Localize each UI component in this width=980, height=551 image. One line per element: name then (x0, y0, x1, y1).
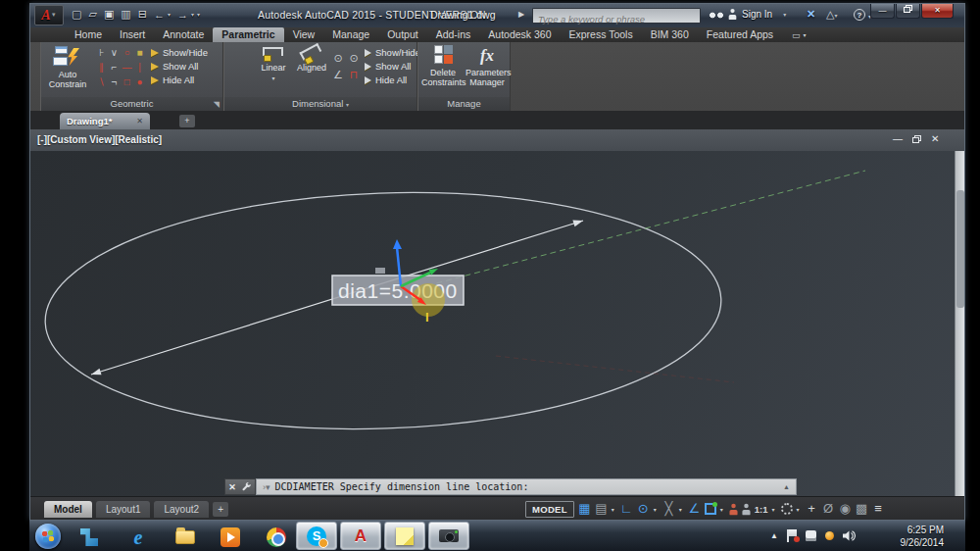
panel-launcher-icon[interactable]: ◥ (214, 100, 220, 109)
customization-menu-icon[interactable]: ≡ (872, 501, 885, 517)
media-player-icon[interactable] (218, 525, 243, 550)
close-button[interactable]: ✕ (921, 4, 954, 19)
action-center-flag-icon[interactable] (787, 529, 797, 542)
concentric-constraint-icon[interactable]: ○ (121, 46, 133, 61)
sticky-notes-taskbar-button[interactable] (384, 522, 425, 550)
camera-app-taskbar-button[interactable] (428, 522, 469, 550)
infocenter-arrow-icon[interactable]: ▶ (518, 10, 524, 19)
isodraft-dropdown-icon[interactable]: ▾ (679, 506, 684, 513)
tab-model[interactable]: Model (44, 501, 92, 518)
annotation-autoscale-icon[interactable] (742, 503, 750, 515)
drawing-canvas[interactable]: dia1=5.0000 I ✕ (30, 151, 955, 496)
tab-home[interactable]: Home (66, 27, 111, 42)
open-icon[interactable]: ▱ (88, 8, 96, 21)
sign-in-dropdown-icon[interactable]: ▾ (783, 11, 786, 18)
autodesk-360-icon[interactable]: △▾ (826, 8, 837, 21)
symmetric-constraint-icon[interactable]: □ (121, 75, 133, 90)
tab-output[interactable]: Output (378, 27, 427, 42)
tab-annotate[interactable]: Annotate (154, 27, 213, 42)
exchange-apps-icon[interactable]: ✕ (807, 8, 815, 21)
geometric-panel-label[interactable]: Geometric (41, 97, 222, 111)
snap-dropdown-icon[interactable]: ▾ (612, 506, 616, 513)
grid-display-icon[interactable]: ▦ (578, 501, 591, 517)
dim-show-all-button[interactable]: Show All (365, 61, 420, 72)
vertical-scrollbar[interactable] (955, 151, 964, 496)
angular-constraint-icon[interactable]: ∠ (330, 67, 346, 83)
dimensional-icon-grid[interactable]: ⊙ ⊙ ∠ ⊓ (330, 50, 362, 83)
vertical-constraint-icon[interactable]: | (133, 61, 146, 75)
undo-icon[interactable]: ← (154, 9, 165, 21)
tab-featured-apps[interactable]: Featured Apps (698, 27, 782, 42)
dimensional-panel-label[interactable]: Dimensional ▾ (224, 97, 416, 111)
a360-dropdown-icon[interactable]: ▾ (834, 13, 837, 19)
undo-dropdown-icon[interactable]: ▾ (168, 11, 171, 18)
object-snap-icon[interactable] (705, 503, 716, 515)
workspace-dropdown-icon[interactable]: ▾ (797, 506, 802, 513)
auto-constrain-button[interactable]: AutoConstrain (43, 44, 92, 89)
new-layout-button[interactable]: + (213, 502, 228, 517)
taskbar-clock[interactable]: 6:25 PM 9/26/2014 (901, 524, 945, 549)
drawing-file-tab[interactable]: Drawing1* ✕ (60, 113, 150, 129)
model-space-button[interactable]: MODEL (525, 501, 574, 518)
minimize-button[interactable]: — (870, 4, 895, 19)
chrome-icon[interactable] (264, 525, 289, 550)
lock-constraint-icon[interactable]: ■ (133, 46, 146, 61)
graphics-performance-icon[interactable]: ◉ (839, 501, 852, 517)
tab-manage[interactable]: Manage (323, 27, 378, 42)
command-close-icon[interactable]: ✕ (228, 482, 236, 492)
horizontal-constraint-icon[interactable]: — (121, 61, 133, 75)
radial-constraint-icon[interactable]: ⊙ (330, 50, 346, 67)
linear-constraint-button[interactable]: Linear▾ (257, 44, 290, 83)
plot-icon[interactable]: ⊟ (138, 8, 147, 21)
infocenter-search[interactable] (532, 8, 701, 24)
annotation-scale-dropdown-icon[interactable]: ▾ (772, 506, 777, 513)
doc-minimize-button[interactable]: — (893, 133, 903, 144)
tab-close-icon[interactable]: ✕ (136, 117, 143, 125)
annotation-scale-value[interactable]: 1:1 (755, 504, 768, 515)
dim-show-hide-button[interactable]: Show/Hide (365, 47, 420, 58)
polar-tracking-icon[interactable]: ⊙ (637, 501, 650, 517)
command-history-icon[interactable]: ▲ (783, 483, 790, 490)
restore-button[interactable] (896, 4, 920, 19)
ribbon-display-toggle[interactable]: ▭▾ (792, 27, 807, 42)
tab-autodesk-360[interactable]: Autodesk 360 (479, 27, 560, 42)
viewport-controls[interactable]: [-][Custom View][Realistic] (37, 134, 162, 145)
tab-insert[interactable]: Insert (111, 27, 154, 42)
polar-dropdown-icon[interactable]: ▾ (654, 506, 659, 513)
hide-all-button[interactable]: Hide All (151, 75, 208, 85)
command-suggestion-icon[interactable]: ›▾ (263, 482, 270, 492)
tangent-constraint-icon[interactable]: ∖ (95, 75, 108, 90)
tab-layout2[interactable]: Layout2 (154, 501, 209, 518)
lync-icon[interactable] (76, 525, 102, 550)
new-drawing-tab-button[interactable]: + (179, 115, 195, 127)
sign-in-area[interactable]: Sign In ▾ (728, 8, 786, 21)
coincident-constraint-icon[interactable]: ∨ (108, 46, 121, 61)
tab-add-ins[interactable]: Add-ins (427, 27, 480, 42)
new-icon[interactable]: ▢ (72, 8, 81, 21)
explorer-folder-icon[interactable] (172, 525, 198, 550)
doc-close-button[interactable]: ✕ (931, 133, 939, 144)
parameters-manager-button[interactable]: fx ParametersManager (466, 44, 509, 87)
fix-constraint-icon[interactable]: ⊦ (95, 46, 108, 61)
perpendicular-constraint-icon[interactable]: ⌐ (108, 61, 121, 75)
redo-icon[interactable]: → (177, 9, 188, 21)
start-button[interactable] (35, 524, 61, 549)
aligned-constraint-button[interactable]: Aligned (293, 44, 330, 73)
sign-in-label[interactable]: Sign In (742, 9, 772, 20)
clean-screen-icon[interactable]: ▩ (856, 501, 868, 517)
osnap-dropdown-icon[interactable]: ▾ (720, 506, 725, 513)
dim-hide-all-button[interactable]: Hide All (365, 75, 420, 85)
diameter-constraint-icon[interactable]: ⊙ (346, 50, 362, 67)
delete-constraints-button[interactable]: DeleteConstraints (421, 44, 465, 87)
equal-constraint-icon[interactable]: ● (133, 75, 146, 90)
tab-bim-360[interactable]: BIM 360 (642, 27, 698, 42)
tab-layout1[interactable]: Layout1 (96, 501, 151, 518)
convert-constraint-icon[interactable]: ⊓ (346, 67, 362, 83)
isodraft-icon[interactable]: ╳ (662, 501, 675, 517)
parallel-constraint-icon[interactable]: ∥ (95, 61, 108, 75)
workspace-gear-icon[interactable] (781, 503, 793, 515)
command-input-bar[interactable]: ›▾ DCDIAMETER Specify dimension line loc… (256, 478, 797, 495)
notification-icon[interactable] (825, 531, 834, 540)
search-input[interactable] (533, 13, 700, 26)
tab-parametric[interactable]: Parametric (213, 27, 283, 42)
